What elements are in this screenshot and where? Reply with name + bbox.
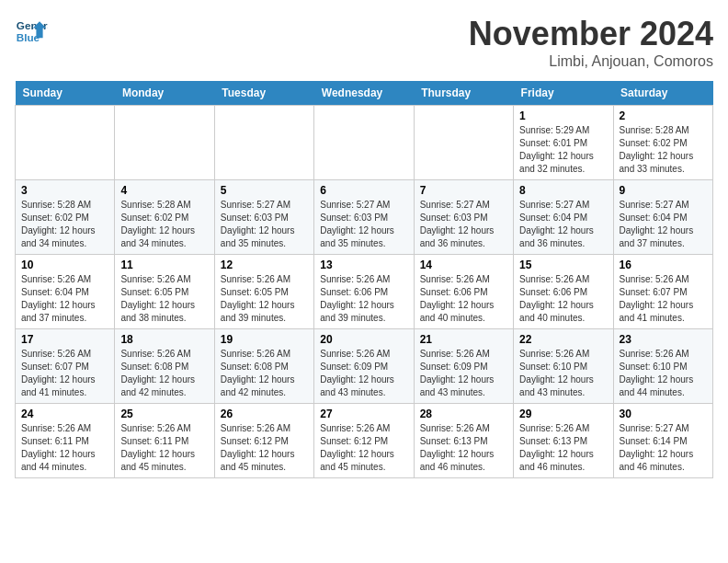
day-number: 21: [420, 333, 507, 346]
calendar-cell: 1Sunrise: 5:29 AM Sunset: 6:01 PM Daylig…: [514, 106, 613, 180]
day-number: 13: [320, 259, 407, 271]
calendar-cell: 13Sunrise: 5:26 AM Sunset: 6:06 PM Dayli…: [314, 255, 414, 329]
day-number: 17: [21, 333, 108, 346]
calendar-week-row: 17Sunrise: 5:26 AM Sunset: 6:07 PM Dayli…: [16, 329, 713, 404]
day-info: Sunrise: 5:26 AM Sunset: 6:13 PM Dayligh…: [420, 422, 507, 474]
day-number: 18: [120, 333, 208, 346]
day-info: Sunrise: 5:26 AM Sunset: 6:11 PM Dayligh…: [21, 422, 108, 474]
day-info: Sunrise: 5:26 AM Sunset: 6:06 PM Dayligh…: [420, 273, 507, 325]
calendar-cell: 22Sunrise: 5:26 AM Sunset: 6:10 PM Dayli…: [514, 329, 613, 404]
weekday-header: Monday: [115, 81, 214, 106]
month-title: November 2024: [469, 15, 713, 53]
day-number: 10: [21, 259, 108, 271]
calendar-table: SundayMondayTuesdayWednesdayThursdayFrid…: [15, 81, 713, 478]
day-info: Sunrise: 5:26 AM Sunset: 6:07 PM Dayligh…: [21, 348, 108, 399]
logo: General Blue: [15, 15, 48, 48]
calendar-cell: 18Sunrise: 5:26 AM Sunset: 6:08 PM Dayli…: [115, 329, 214, 404]
day-info: Sunrise: 5:26 AM Sunset: 6:08 PM Dayligh…: [221, 348, 308, 399]
calendar-week-row: 10Sunrise: 5:26 AM Sunset: 6:04 PM Dayli…: [16, 255, 713, 329]
calendar-week-row: 1Sunrise: 5:29 AM Sunset: 6:01 PM Daylig…: [16, 106, 713, 180]
logo-icon: General Blue: [15, 15, 48, 48]
calendar-cell: 19Sunrise: 5:26 AM Sunset: 6:08 PM Dayli…: [214, 329, 313, 404]
day-number: 7: [420, 184, 507, 197]
calendar-cell: [16, 106, 115, 180]
calendar-header-row: SundayMondayTuesdayWednesdayThursdayFrid…: [16, 81, 713, 106]
day-number: 15: [519, 259, 607, 271]
calendar-cell: [115, 106, 214, 180]
day-info: Sunrise: 5:28 AM Sunset: 6:02 PM Dayligh…: [21, 199, 108, 250]
day-info: Sunrise: 5:26 AM Sunset: 6:09 PM Dayligh…: [420, 348, 507, 399]
calendar-cell: 26Sunrise: 5:26 AM Sunset: 6:12 PM Dayli…: [214, 404, 313, 478]
day-info: Sunrise: 5:26 AM Sunset: 6:12 PM Dayligh…: [221, 422, 308, 474]
day-number: 20: [320, 333, 407, 346]
day-number: 23: [620, 333, 707, 346]
day-info: Sunrise: 5:26 AM Sunset: 6:06 PM Dayligh…: [320, 273, 407, 325]
day-number: 9: [620, 184, 707, 197]
title-area: November 2024 Limbi, Anjouan, Comoros: [469, 15, 713, 70]
calendar-cell: 28Sunrise: 5:26 AM Sunset: 6:13 PM Dayli…: [414, 404, 513, 478]
day-info: Sunrise: 5:27 AM Sunset: 6:04 PM Dayligh…: [620, 199, 707, 250]
day-info: Sunrise: 5:26 AM Sunset: 6:04 PM Dayligh…: [21, 273, 108, 325]
day-number: 1: [519, 109, 607, 122]
day-number: 6: [320, 184, 407, 197]
day-number: 30: [620, 408, 707, 420]
weekday-header: Saturday: [613, 81, 712, 106]
calendar-cell: 3Sunrise: 5:28 AM Sunset: 6:02 PM Daylig…: [16, 180, 115, 255]
calendar-cell: 4Sunrise: 5:28 AM Sunset: 6:02 PM Daylig…: [115, 180, 214, 255]
day-info: Sunrise: 5:28 AM Sunset: 6:02 PM Dayligh…: [620, 124, 707, 176]
calendar-cell: 10Sunrise: 5:26 AM Sunset: 6:04 PM Dayli…: [16, 255, 115, 329]
weekday-header: Friday: [514, 81, 613, 106]
calendar-cell: 23Sunrise: 5:26 AM Sunset: 6:10 PM Dayli…: [613, 329, 712, 404]
day-info: Sunrise: 5:26 AM Sunset: 6:10 PM Dayligh…: [620, 348, 707, 399]
day-info: Sunrise: 5:26 AM Sunset: 6:06 PM Dayligh…: [519, 273, 607, 325]
day-info: Sunrise: 5:26 AM Sunset: 6:08 PM Dayligh…: [120, 348, 208, 399]
weekday-header: Sunday: [16, 81, 115, 106]
calendar-week-row: 3Sunrise: 5:28 AM Sunset: 6:02 PM Daylig…: [16, 180, 713, 255]
day-info: Sunrise: 5:26 AM Sunset: 6:05 PM Dayligh…: [221, 273, 308, 325]
day-number: 25: [120, 408, 208, 420]
day-number: 12: [221, 259, 308, 271]
calendar-cell: [214, 106, 313, 180]
calendar-cell: 29Sunrise: 5:26 AM Sunset: 6:13 PM Dayli…: [514, 404, 613, 478]
day-info: Sunrise: 5:26 AM Sunset: 6:13 PM Dayligh…: [519, 422, 607, 474]
calendar-cell: 20Sunrise: 5:26 AM Sunset: 6:09 PM Dayli…: [314, 329, 414, 404]
calendar-cell: 16Sunrise: 5:26 AM Sunset: 6:07 PM Dayli…: [613, 255, 712, 329]
day-number: 2: [620, 109, 707, 122]
calendar-cell: 11Sunrise: 5:26 AM Sunset: 6:05 PM Dayli…: [115, 255, 214, 329]
day-info: Sunrise: 5:27 AM Sunset: 6:04 PM Dayligh…: [519, 199, 607, 250]
day-number: 14: [420, 259, 507, 271]
day-number: 4: [120, 184, 208, 197]
day-info: Sunrise: 5:27 AM Sunset: 6:14 PM Dayligh…: [620, 422, 707, 474]
calendar-cell: 30Sunrise: 5:27 AM Sunset: 6:14 PM Dayli…: [613, 404, 712, 478]
calendar-cell: 5Sunrise: 5:27 AM Sunset: 6:03 PM Daylig…: [214, 180, 313, 255]
calendar-cell: 21Sunrise: 5:26 AM Sunset: 6:09 PM Dayli…: [414, 329, 513, 404]
calendar-cell: 12Sunrise: 5:26 AM Sunset: 6:05 PM Dayli…: [214, 255, 313, 329]
calendar-cell: 6Sunrise: 5:27 AM Sunset: 6:03 PM Daylig…: [314, 180, 414, 255]
day-number: 28: [420, 408, 507, 420]
calendar-cell: 24Sunrise: 5:26 AM Sunset: 6:11 PM Dayli…: [16, 404, 115, 478]
weekday-header: Tuesday: [214, 81, 313, 106]
calendar-cell: 27Sunrise: 5:26 AM Sunset: 6:12 PM Dayli…: [314, 404, 414, 478]
day-number: 22: [519, 333, 607, 346]
day-info: Sunrise: 5:28 AM Sunset: 6:02 PM Dayligh…: [120, 199, 208, 250]
day-number: 5: [221, 184, 308, 197]
day-info: Sunrise: 5:26 AM Sunset: 6:09 PM Dayligh…: [320, 348, 407, 399]
day-number: 27: [320, 408, 407, 420]
day-number: 16: [620, 259, 707, 271]
day-info: Sunrise: 5:26 AM Sunset: 6:12 PM Dayligh…: [320, 422, 407, 474]
calendar-cell: 25Sunrise: 5:26 AM Sunset: 6:11 PM Dayli…: [115, 404, 214, 478]
day-number: 24: [21, 408, 108, 420]
day-info: Sunrise: 5:26 AM Sunset: 6:05 PM Dayligh…: [120, 273, 208, 325]
day-number: 29: [519, 408, 607, 420]
calendar-cell: 2Sunrise: 5:28 AM Sunset: 6:02 PM Daylig…: [613, 106, 712, 180]
day-number: 19: [221, 333, 308, 346]
calendar-cell: 14Sunrise: 5:26 AM Sunset: 6:06 PM Dayli…: [414, 255, 513, 329]
day-info: Sunrise: 5:27 AM Sunset: 6:03 PM Dayligh…: [420, 199, 507, 250]
day-number: 26: [221, 408, 308, 420]
day-number: 11: [120, 259, 208, 271]
calendar-cell: 7Sunrise: 5:27 AM Sunset: 6:03 PM Daylig…: [414, 180, 513, 255]
calendar-cell: [314, 106, 414, 180]
calendar-week-row: 24Sunrise: 5:26 AM Sunset: 6:11 PM Dayli…: [16, 404, 713, 478]
weekday-header: Thursday: [414, 81, 513, 106]
calendar-cell: 8Sunrise: 5:27 AM Sunset: 6:04 PM Daylig…: [514, 180, 613, 255]
